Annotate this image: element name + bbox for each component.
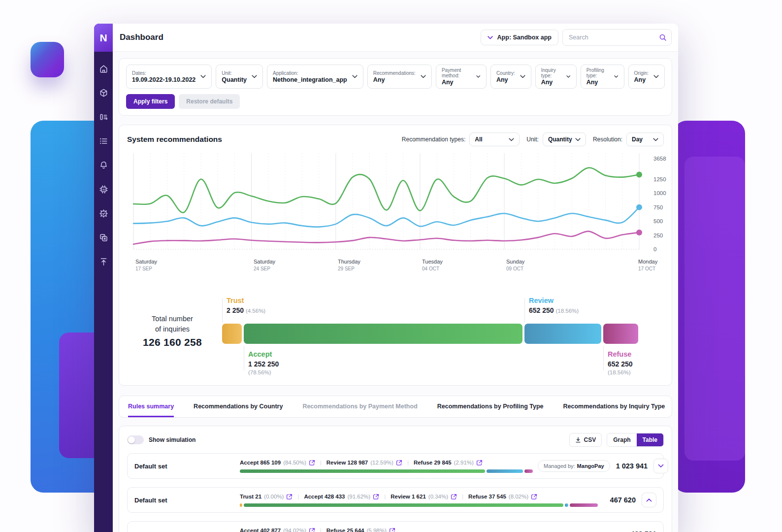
external-link-icon[interactable]	[476, 460, 483, 466]
series-refuse-endpoint	[636, 230, 642, 235]
tab-recommendations-by-payment-method[interactable]: Recommendations by Payment Method	[302, 396, 417, 417]
rule-name: Default set	[134, 497, 240, 504]
bar-segment-trust	[240, 503, 242, 507]
upload-icon	[99, 257, 108, 266]
search-box	[562, 29, 672, 46]
expand-row-button[interactable]	[653, 459, 668, 473]
chevron-down-icon	[509, 138, 514, 141]
stat-separator: |	[407, 460, 409, 466]
app-selector[interactable]: App: Sandbox app	[481, 30, 558, 45]
filters-row: Dates: 19.09.2022-19.10.2022 Unit: Quant…	[126, 65, 665, 89]
filter-inquirytype[interactable]: Inquiry type: Any	[535, 65, 577, 89]
stat-accept: Accept 428 433 (91.62%)	[304, 494, 379, 500]
sidebar-item-ai-chip[interactable]: AI	[98, 184, 109, 195]
sidebar-item-bell[interactable]	[98, 160, 109, 170]
rule-stats: Accept 402 877 (94.02%) | Refuse 25 644 …	[240, 528, 626, 532]
stat-separator: |	[462, 494, 463, 499]
external-link-icon[interactable]	[309, 528, 315, 532]
label-connector	[603, 346, 604, 370]
filter-application[interactable]: Application: Nethone_integration_app	[267, 65, 363, 89]
chart-control-select[interactable]: Day	[626, 133, 664, 146]
system-recommendations-header: System recommendations Recommendation ty…	[119, 125, 672, 146]
external-link-icon[interactable]	[531, 494, 537, 500]
bar-segment-review[interactable]	[524, 324, 601, 344]
y-tick-label: 3658	[653, 156, 666, 162]
chevron-down-icon	[614, 75, 618, 78]
external-link-icon[interactable]	[389, 528, 395, 532]
chevron-down-icon	[653, 138, 658, 141]
sidebar-item-list[interactable]	[98, 135, 109, 146]
table-view-button[interactable]: Table	[637, 433, 663, 446]
segment-label-review: Review652 250 (18.56%)	[529, 297, 579, 314]
line-chart: 3658125010007505002500 Saturday17 SEP Sa…	[119, 146, 672, 270]
sidebar-item-rules[interactable]	[98, 111, 109, 122]
show-simulation-group: Show simulation	[127, 435, 196, 444]
sidebar: N AI	[94, 24, 113, 532]
show-simulation-label: Show simulation	[149, 436, 196, 443]
graph-view-button[interactable]: Graph	[607, 433, 636, 446]
csv-export-button[interactable]: CSV	[569, 433, 602, 447]
tab-recommendations-by-country[interactable]: Recommendations by Country	[194, 396, 283, 417]
chart-y-axis: 3658125010007505002500	[653, 153, 672, 249]
filter-country[interactable]: Country: Any	[490, 65, 531, 89]
app-logo[interactable]: N	[94, 24, 113, 52]
stat-separator: |	[320, 528, 322, 532]
filters-card: Dates: 19.09.2022-19.10.2022 Unit: Quant…	[119, 58, 672, 116]
x-tick-label: Sunday09 OCT	[506, 259, 524, 271]
apply-filters-button[interactable]: Apply filters	[126, 94, 175, 109]
chevron-down-icon	[200, 75, 206, 78]
stat-refuse: Refuse 25 644 (5.98%)	[326, 528, 395, 532]
rule-bar	[240, 503, 598, 507]
stat-accept: Accept 402 877 (94.02%)	[240, 528, 315, 532]
rules-icon	[99, 112, 108, 122]
bar-segment-trust[interactable]	[222, 324, 242, 344]
external-link-icon[interactable]	[373, 494, 379, 500]
bar-segment-review	[565, 503, 568, 507]
toolbar-right: CSV Graph Table	[569, 433, 664, 447]
sidebar-item-upload[interactable]	[98, 256, 109, 267]
tab-rules-summary[interactable]: Rules summary	[128, 396, 174, 417]
chevron-up-icon	[646, 498, 652, 502]
external-link-icon[interactable]	[309, 460, 315, 466]
restore-defaults-button[interactable]: Restore defaults	[179, 94, 240, 109]
chart-control-select[interactable]: All	[469, 133, 520, 146]
segment-label-refuse: Refuse652 250(18.56%)	[608, 350, 633, 375]
external-link-icon[interactable]	[286, 494, 293, 500]
view-switcher: Graph Table	[607, 433, 664, 447]
chart-control-select[interactable]: Quantity	[543, 133, 586, 146]
filter-origin[interactable]: Origin: Any	[628, 65, 665, 89]
filter-profilingtype[interactable]: Profiling type: Any	[581, 65, 624, 89]
filter-dates[interactable]: Dates: 19.09.2022-19.10.2022	[126, 65, 212, 89]
search-input[interactable]	[562, 29, 672, 46]
tab-recommendations-by-inquiry-type[interactable]: Recommendations by Inquiry Type	[563, 396, 665, 417]
rules-rows: Default set Accept 865 109 (84.50%) | Re…	[127, 453, 664, 532]
sidebar-item-chip-check[interactable]	[98, 208, 109, 219]
app-selector-label: App: Sandbox app	[497, 34, 552, 41]
expand-row-button[interactable]	[642, 493, 656, 507]
bar-segment-refuse[interactable]	[603, 324, 638, 344]
filter-unit[interactable]: Unit: Quantity	[216, 65, 263, 89]
chart-control: Resolution: Day	[593, 133, 664, 146]
external-link-icon[interactable]	[451, 494, 457, 500]
download-icon	[575, 437, 581, 443]
sidebar-item-product-box[interactable]	[98, 87, 109, 98]
chevron-down-icon	[575, 138, 581, 141]
sidebar-item-documents-check[interactable]	[98, 232, 109, 243]
bar-segment-refuse	[524, 469, 533, 473]
tab-recommendations-by-profiling-type[interactable]: Recommendations by Profiling Type	[437, 396, 544, 417]
toggle-knob	[128, 436, 135, 443]
search-icon[interactable]	[659, 33, 667, 43]
stat-review: Review 128 987 (12.59%)	[326, 460, 402, 466]
y-tick-label: 0	[653, 246, 656, 252]
managed-by-pill: Managed by: MangoPay	[538, 460, 610, 472]
show-simulation-toggle[interactable]	[127, 435, 144, 444]
chevron-down-icon	[520, 75, 525, 78]
filter-recommendations[interactable]: Recommendations: Any	[367, 65, 432, 89]
sidebar-item-home[interactable]	[98, 63, 109, 74]
main-area: Dashboard App: Sandbox app	[113, 24, 678, 532]
bar-segment-accept[interactable]	[244, 324, 522, 344]
external-link-icon[interactable]	[396, 460, 402, 466]
filter-paymentmethod[interactable]: Payment method: Any	[436, 65, 487, 89]
stat-separator: |	[384, 494, 386, 499]
rule-total: 467 620	[610, 496, 636, 504]
